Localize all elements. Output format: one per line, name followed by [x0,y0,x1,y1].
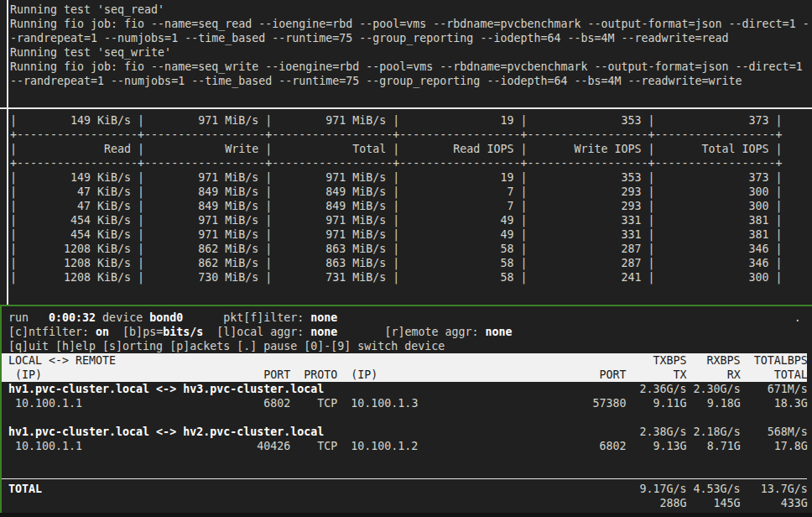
text: 2.36G/s [640,383,687,395]
total-row-rates: TOTAL 9.17G/s 4.53G/s 13.7G/s [8,482,808,496]
text [687,483,694,495]
text: 433G [781,497,808,509]
text [687,383,694,395]
text: [c]ntfilter: [8,326,96,338]
text: 8.71G [707,440,741,452]
text [42,368,263,381]
text [741,354,754,367]
text [627,397,653,410]
text: TOTALBPS [754,354,808,367]
text: 9.17G/s [640,483,687,495]
text [8,497,660,509]
bold-text: TOTAL [8,483,42,495]
text [741,440,774,452]
text: 18.3G [774,397,808,410]
text: TX [674,368,687,381]
bold-text: 0:00:32 [49,311,96,324]
text: 4.53G/s [694,483,741,495]
blank-line [8,410,808,425]
bold-text: none [485,326,512,338]
text: 2.18G/s [694,426,741,438]
text: 40426 [257,440,290,452]
text [337,326,384,338]
fio-log-text: Running test 'seq_read' Running fio job:… [10,3,809,88]
text [29,311,49,324]
text [741,383,768,395]
jnettop-body: run 0:00:32 device bond0 pkt[f]ilter: no… [8,311,808,510]
text: PORT [263,368,290,381]
filter-status-line: [c]ntfilter: on [b]ps=bits/s [l]ocal agg… [8,325,808,339]
results-table-text: | 149 KiB/s | 971 MiB/s | 971 MiB/s | 19… [10,113,783,285]
text: pkt[f]ilter: [223,311,310,324]
text [687,368,727,381]
text: [r]emote aggr: [384,326,485,338]
text: TXBPS [653,354,687,367]
text [377,368,599,381]
text [203,326,216,338]
text: (IP) [8,368,42,381]
text: RXBPS [707,354,741,367]
text [82,440,257,452]
text: 9.13G [653,440,687,452]
text [290,440,317,452]
text: [q]uit [h]elp [s]orting [p]ackets [.] pa… [8,340,445,352]
text: [l]ocal aggr: [216,326,310,338]
text: 2.30G/s [694,383,741,395]
bold-text: none [310,326,337,338]
text [627,368,674,381]
text [82,397,263,410]
text: 57380 [593,397,627,410]
text: [b]ps= [122,326,163,338]
text [418,440,599,452]
text [741,497,781,509]
pane-jnettop[interactable]: run 0:00:32 device bond0 pkt[f]ilter: no… [0,306,812,513]
text [324,426,639,438]
text [42,483,639,495]
text [337,368,351,381]
pane-fio-log[interactable]: Running test 'seq_read' Running fio job:… [0,0,812,107]
text [687,426,694,438]
text: (IP) [351,368,377,381]
text [741,397,774,410]
text: run [8,311,29,324]
text [418,397,592,410]
text: RX [727,368,741,381]
text: 17.8G [774,440,808,452]
text: 145G [714,497,741,509]
flow-row-hosts: hv1.pvc-cluster.local <-> hv2.pvc-cluste… [8,425,808,439]
text [741,483,761,495]
text: 10.100.1.2 [351,440,418,452]
flow-header-row1: LOCAL <-> REMOTE TXBPS RXBPS TOTALBPS [2,353,807,368]
text [183,311,223,324]
text: 10.100.1.1 [8,397,82,410]
menu-line: [q]uit [h]elp [s]orting [p]ackets [.] pa… [8,339,808,353]
total-separator-line [8,467,808,482]
flow-row-detail: 10.100.1.1 6802 TCP 10.100.1.3 57380 9.1… [8,396,808,410]
pane-results-table[interactable]: | 149 KiB/s | 971 MiB/s | 971 MiB/s | 19… [0,109,812,305]
text [337,440,351,452]
text [337,397,351,410]
flow-header-row2: (IP) PORT PROTO (IP) PORT TX RX TOTAL [2,368,807,382]
text: TCP [317,397,337,410]
text: 2.38G/s [640,426,687,438]
text: 13.7G/s [761,483,808,495]
text [116,354,653,367]
text [741,368,774,381]
text: 10.100.1.1 [8,440,82,452]
text [627,440,653,452]
text: device [96,311,149,324]
text: PROTO [304,368,337,381]
text: TOTAL [774,368,808,381]
bold-text: hv1.pvc-cluster.local <-> hv2.pvc-cluste… [8,426,324,438]
text: 10.100.1.3 [351,397,418,410]
flow-row-detail: 10.100.1.1 40426 TCP 10.100.1.2 6802 9.1… [8,439,808,453]
text: TCP [317,440,337,452]
text [687,397,707,410]
bold-text: none [310,311,337,324]
text: 9.11G [653,397,687,410]
bold-text: hv1.pvc-cluster.local <-> hv3.pvc-cluste… [8,383,324,395]
text [687,440,707,452]
run-status-line: run 0:00:32 device bond0 pkt[f]ilter: no… [8,311,808,325]
text: 6802 [600,440,627,452]
text: 671M/s [768,383,808,395]
